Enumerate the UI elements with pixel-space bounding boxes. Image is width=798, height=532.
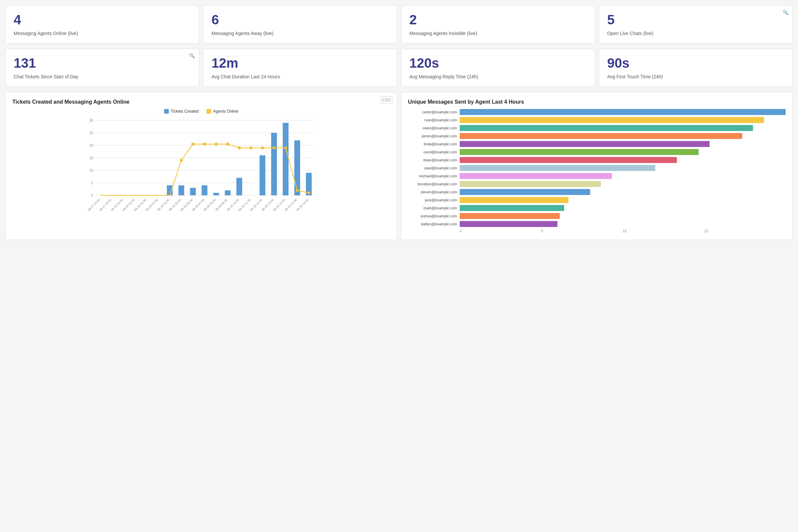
hbar-row: brian@example.com	[408, 157, 786, 163]
metric-label: Messaging Agents Online (live)	[14, 30, 191, 36]
metric-card-avg-chat-duration: 12mAvg Chat Duration Last 24 Hours	[203, 49, 397, 87]
hbar-label: brooklyn@example.com	[408, 182, 460, 186]
metric-value: 2	[409, 12, 586, 27]
bar-chart-card: CSV Tickets Created and Messaging Agents…	[5, 92, 397, 240]
hbar-label: ryan@example.com	[408, 118, 460, 122]
hbar-chart-card: Unique Messages Sent by Agent Last 4 Hou…	[401, 92, 793, 240]
hbar-label: michael@example.com	[408, 174, 460, 178]
hbar-track	[460, 117, 786, 123]
legend-swatch	[164, 109, 169, 114]
metric-value: 6	[212, 12, 389, 27]
svg-point-37	[308, 192, 310, 194]
dashboard: 4Messaging Agents Online (live)6Messagin…	[0, 0, 798, 245]
metric-label: Chat Tickets Since Start of Day	[14, 74, 191, 80]
hbar-label: joshua@example.com	[408, 214, 460, 218]
hbar-fill	[460, 213, 560, 219]
metric-value: 5	[607, 12, 784, 27]
hbar-label: steven@example.com	[408, 190, 460, 194]
hbar-track	[460, 205, 786, 211]
hbar-track	[460, 189, 786, 195]
svg-rect-18	[213, 193, 219, 196]
svg-text:5: 5	[91, 181, 93, 185]
hbar-row: brooklyn@example.com	[408, 181, 786, 187]
svg-point-26	[180, 159, 183, 162]
metric-label: Avg Chat Duration Last 24 Hours	[212, 74, 389, 80]
svg-point-36	[296, 189, 298, 192]
svg-point-27	[192, 143, 194, 146]
metric-card-open-live-chats: 🔍5Open Live Chats (live)	[599, 5, 793, 43]
hbar-row: michael@example.com	[408, 173, 786, 179]
hbar-label: linda@example.com	[408, 142, 460, 146]
hbar-row: carter@example.com	[408, 109, 786, 115]
svg-point-35	[284, 147, 287, 149]
hbar-fill	[460, 165, 655, 171]
hbar-fill	[460, 221, 558, 227]
hbar-track	[460, 165, 786, 171]
hbar-row: kaitlyn@example.com	[408, 221, 786, 227]
svg-rect-16	[190, 188, 196, 196]
hbar-fill	[460, 109, 786, 115]
hbar-fill	[460, 157, 677, 163]
svg-text:20: 20	[89, 144, 93, 147]
metric-value: 120s	[409, 56, 586, 70]
svg-point-32	[250, 147, 252, 149]
hbar-label: mark@example.com	[408, 206, 460, 210]
svg-point-30	[226, 143, 229, 146]
hbar-fill	[460, 133, 742, 139]
hbar-track	[460, 197, 786, 203]
metric-value: 12m	[212, 56, 389, 70]
hbar-label: owen@example.com	[408, 126, 460, 130]
csv-icon[interactable]: CSV	[380, 96, 393, 103]
hbar-track	[460, 221, 786, 227]
svg-rect-23	[283, 123, 288, 196]
hbar-track	[460, 157, 786, 163]
hbar-label: paul@example.com	[408, 166, 460, 170]
hbar-axis: 051015	[460, 229, 786, 233]
search-icon[interactable]: 🔍	[783, 10, 788, 15]
hbar-row: ryan@example.com	[408, 117, 786, 123]
hbar-label: jack@example.com	[408, 198, 460, 202]
metric-label: Messaging Agents Invisible (live)	[409, 30, 586, 36]
hbar-axis-label: 0	[460, 229, 541, 233]
metric-value: 90s	[607, 56, 784, 70]
metric-value: 4	[14, 12, 191, 27]
hbar-track	[460, 181, 786, 187]
hbar-label: carol@example.com	[408, 150, 460, 154]
svg-text:08-28 16:00: 08-28 16:00	[295, 198, 309, 212]
hbar-row: owen@example.com	[408, 125, 786, 131]
hbar-row: james@example.com	[408, 133, 786, 139]
bar-chart-legend: Tickets CreatedAgents Online	[12, 109, 390, 114]
hbar-track	[460, 125, 786, 131]
svg-rect-21	[259, 155, 265, 195]
metric-card-chat-tickets: 🔍131Chat Tickets Since Start of Day	[5, 49, 199, 87]
hbar-fill	[460, 141, 710, 147]
svg-text:30: 30	[89, 119, 93, 122]
hbar-row: jack@example.com	[408, 197, 786, 203]
svg-rect-22	[271, 133, 277, 196]
svg-point-33	[261, 147, 264, 149]
charts-row: CSV Tickets Created and Messaging Agents…	[5, 92, 793, 240]
hbar-row: steven@example.com	[408, 189, 786, 195]
hbar-axis-label: 15	[704, 229, 786, 233]
hbar-fill	[460, 117, 764, 123]
search-icon[interactable]: 🔍	[189, 53, 195, 58]
hbar-fill	[460, 189, 590, 195]
hbar-fill	[460, 181, 601, 187]
hbar-axis-label: 10	[623, 229, 704, 233]
hbar-fill	[460, 149, 699, 155]
metric-label: Avg First Touch Time (24h)	[607, 74, 784, 80]
svg-point-29	[215, 143, 218, 146]
legend-swatch	[206, 109, 211, 114]
hbar-label: kaitlyn@example.com	[408, 222, 460, 226]
hbar-track	[460, 109, 786, 115]
hbar-label: james@example.com	[408, 134, 460, 138]
svg-rect-17	[201, 185, 207, 195]
svg-rect-24	[294, 140, 300, 195]
metrics-row-1: 4Messaging Agents Online (live)6Messagin…	[5, 5, 793, 43]
legend-item: Agents Online	[206, 109, 238, 114]
svg-text:10: 10	[89, 169, 93, 172]
hbar-track	[460, 149, 786, 155]
metric-label: Avg Messaging Reply Time (24h)	[409, 74, 586, 80]
hbar-row: linda@example.com	[408, 141, 786, 147]
svg-point-34	[273, 147, 275, 149]
